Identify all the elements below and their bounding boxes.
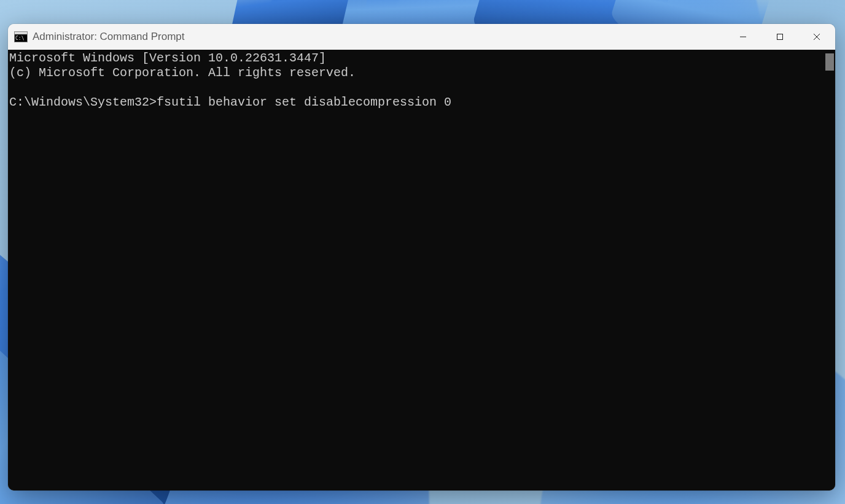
svg-rect-5 <box>740 37 746 37</box>
terminal-output[interactable]: Microsoft Windows [Version 10.0.22631.34… <box>8 50 823 490</box>
cmd-icon: C:\ <box>14 31 28 42</box>
scrollbar-thumb[interactable] <box>825 53 834 71</box>
terminal-area: Microsoft Windows [Version 10.0.22631.34… <box>8 50 835 490</box>
terminal-line: Microsoft Windows [Version 10.0.22631.34… <box>9 51 326 65</box>
svg-rect-1 <box>15 32 27 34</box>
terminal-command: fsutil behavior set disablecompression 0 <box>157 95 451 109</box>
terminal-line: (c) Microsoft Corporation. All rights re… <box>9 66 356 80</box>
close-button[interactable] <box>798 24 835 50</box>
svg-text:C:\: C:\ <box>15 36 25 41</box>
terminal-prompt: C:\Windows\System32> <box>9 95 157 109</box>
desktop-background: C:\ Administrator: Command Prompt <box>0 0 845 504</box>
scrollbar-track[interactable] <box>823 50 835 490</box>
window-controls <box>725 24 835 50</box>
minimize-button[interactable] <box>725 24 761 50</box>
maximize-button[interactable] <box>761 24 798 50</box>
titlebar[interactable]: C:\ Administrator: Command Prompt <box>8 24 835 50</box>
command-prompt-window: C:\ Administrator: Command Prompt <box>8 24 835 490</box>
svg-rect-6 <box>777 34 783 40</box>
window-title: Administrator: Command Prompt <box>33 24 725 50</box>
